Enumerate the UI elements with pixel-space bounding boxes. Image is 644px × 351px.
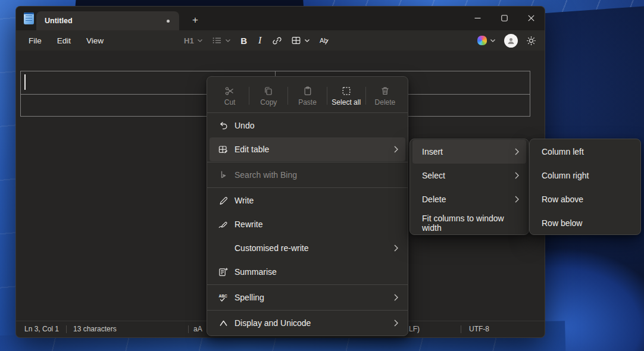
- menu-separator: [207, 162, 408, 162]
- menu-separator: [207, 112, 408, 113]
- notepad-logo-icon: [24, 12, 34, 24]
- gear-icon: [526, 36, 536, 46]
- settings-button[interactable]: [526, 36, 536, 46]
- titlebar: Untitled +: [16, 7, 545, 30]
- menu-item-rewrite[interactable]: Rewrite: [210, 212, 405, 236]
- chevron-right-icon: [515, 172, 519, 179]
- text-cursor: [24, 74, 26, 90]
- submenu-item-column-right[interactable]: Column right: [532, 164, 638, 187]
- spellcheck-button[interactable]: Ab: [319, 36, 330, 45]
- cut-button[interactable]: Cut: [211, 80, 249, 112]
- chevron-down-icon: [225, 39, 231, 43]
- menu-item-summarise[interactable]: Summarise: [210, 260, 405, 284]
- list-icon: [212, 36, 222, 45]
- account-icon: [507, 36, 515, 45]
- cut-scissors-icon: [224, 86, 235, 96]
- clipboard-row: Cut Copy Paste Select all Delete: [207, 80, 408, 112]
- close-button[interactable]: [518, 7, 545, 29]
- copilot-button[interactable]: [477, 36, 496, 45]
- minimize-button[interactable]: [464, 7, 491, 29]
- spellcheck-icon: Ab: [319, 36, 330, 45]
- heading-style-button[interactable]: H1: [184, 36, 203, 45]
- delete-trash-icon: [380, 86, 390, 96]
- paste-clipboard-icon: [302, 86, 313, 96]
- menu-item-customised-rewrite[interactable]: Customised re-write: [210, 236, 405, 260]
- write-pen-icon: [217, 196, 229, 206]
- menu-bar: File Edit View H1 B I Ab: [16, 30, 545, 51]
- copilot-icon: [477, 36, 487, 45]
- menu-item-edit-table[interactable]: Edit table: [210, 137, 405, 161]
- rewrite-pen-icon: [217, 220, 229, 230]
- insert-table-button[interactable]: [291, 36, 310, 45]
- character-count: 13 characters: [73, 321, 117, 337]
- menu-separator: [207, 284, 408, 285]
- menu-item-spelling[interactable]: ABC Spelling: [210, 286, 405, 309]
- status-separator: [66, 325, 67, 333]
- italic-button[interactable]: I: [257, 35, 263, 46]
- menu-separator: [207, 187, 408, 188]
- delete-button[interactable]: Delete: [366, 80, 404, 112]
- submenu-item-row-above[interactable]: Row above: [532, 187, 638, 211]
- table-icon: [291, 36, 301, 45]
- chevron-down-icon: [490, 39, 496, 43]
- select-all-icon: [341, 86, 352, 96]
- spelling-abc-icon: ABC: [217, 293, 229, 303]
- submenu-item-delete[interactable]: Delete: [412, 187, 526, 211]
- chevron-right-icon: [515, 196, 519, 203]
- line-ending-indicator: LF): [409, 321, 420, 337]
- chevron-right-icon: [394, 294, 398, 301]
- insert-submenu: Column left Column right Row above Row b…: [529, 139, 641, 235]
- unsaved-dot-icon: [167, 20, 170, 23]
- menu-item-undo[interactable]: Undo: [210, 114, 405, 137]
- menu-separator: [207, 310, 408, 311]
- submenu-item-select[interactable]: Select: [412, 164, 526, 187]
- list-button[interactable]: [212, 36, 231, 45]
- encoding-indicator[interactable]: UTF-8: [469, 321, 489, 337]
- svg-text:ABC: ABC: [219, 293, 228, 297]
- text-size-icon[interactable]: aA: [193, 321, 202, 337]
- bold-button[interactable]: B: [240, 36, 248, 46]
- menu-item-write[interactable]: Write: [210, 189, 405, 212]
- link-icon: [272, 36, 282, 46]
- account-button[interactable]: [504, 34, 518, 48]
- context-menu: Cut Copy Paste Select all Delete Undo Ed…: [207, 76, 408, 336]
- copy-icon: [263, 86, 274, 96]
- titlebar-right-actions: [477, 30, 536, 51]
- chevron-right-icon: [394, 245, 398, 252]
- select-all-button[interactable]: Select all: [327, 80, 365, 112]
- cursor-position: Ln 3, Col 1: [24, 321, 59, 337]
- chevron-right-icon: [515, 148, 519, 155]
- paste-button[interactable]: Paste: [288, 80, 326, 112]
- submenu-item-insert[interactable]: Insert: [412, 140, 526, 164]
- menu-file[interactable]: File: [21, 33, 49, 48]
- maximize-button[interactable]: [491, 7, 518, 29]
- window-controls: [464, 7, 545, 29]
- undo-icon: [217, 121, 229, 131]
- tab-title: Untitled: [45, 17, 73, 25]
- chevron-right-icon: [394, 319, 398, 327]
- submenu-item-column-left[interactable]: Column left: [532, 140, 638, 164]
- menu-item-display-and-unicode[interactable]: Display and Unicode: [210, 311, 405, 335]
- menu-item-search-with-bing[interactable]: Search with Bing: [210, 163, 405, 187]
- summarise-document-icon: [217, 267, 229, 277]
- document-tab[interactable]: Untitled: [36, 11, 179, 30]
- link-button[interactable]: [272, 36, 282, 46]
- edit-table-submenu: Insert Select Delete Fit columns to wind…: [409, 139, 529, 235]
- maximize-icon: [501, 15, 508, 21]
- new-tab-button[interactable]: +: [187, 12, 203, 28]
- copy-button[interactable]: Copy: [249, 80, 287, 112]
- bing-icon: [217, 170, 229, 180]
- chevron-down-icon: [197, 39, 203, 43]
- edit-table-icon: [217, 145, 229, 155]
- caret-up-icon: [217, 319, 229, 327]
- close-icon: [528, 15, 534, 21]
- menu-view[interactable]: View: [79, 33, 111, 48]
- submenu-item-fit-columns[interactable]: Fit columns to window width: [412, 211, 526, 235]
- chevron-down-icon: [304, 39, 310, 43]
- minimize-icon: [474, 15, 481, 21]
- status-separator: [188, 325, 189, 333]
- submenu-item-row-below[interactable]: Row below: [532, 211, 638, 235]
- menu-edit[interactable]: Edit: [49, 33, 79, 48]
- chevron-right-icon: [394, 146, 398, 153]
- status-separator: [461, 325, 461, 333]
